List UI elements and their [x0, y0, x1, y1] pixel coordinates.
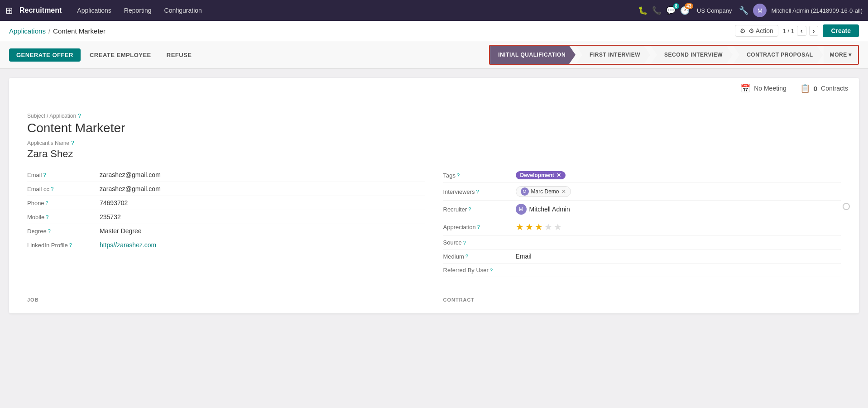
action-button[interactable]: ⚙ ⚙ Action: [735, 25, 778, 37]
star-3[interactable]: ★: [535, 221, 543, 232]
linkedin-value[interactable]: https//zarashez.com: [100, 241, 425, 249]
field-medium: Medium ? Email: [443, 250, 841, 264]
email-cc-label: Email cc ?: [27, 186, 100, 192]
settings-icon[interactable]: 🔧: [739, 6, 748, 15]
meta-bar: 📅 No Meeting 📋 0 Contracts: [9, 78, 859, 99]
stage-second-interview[interactable]: SECOND INTERVIEW: [651, 46, 733, 64]
nav-configuration[interactable]: Configuration: [160, 5, 206, 16]
chat-icon[interactable]: 💬 8: [666, 6, 676, 15]
calendar-icon: 📅: [740, 83, 750, 93]
generate-offer-button[interactable]: GENERATE OFFER: [9, 48, 81, 62]
field-source: Source ?: [443, 236, 841, 250]
tag-label: Development: [520, 172, 554, 178]
subject-label: Subject / Application: [27, 113, 76, 119]
email-help[interactable]: ?: [43, 172, 46, 178]
pagination-next[interactable]: ›: [809, 26, 819, 36]
refuse-button[interactable]: REFUSE: [160, 48, 198, 62]
appreciation-label: Appreciation ?: [443, 224, 516, 230]
referred-by-help[interactable]: ?: [490, 268, 493, 273]
field-phone: Phone ? 74693702: [27, 196, 425, 210]
chat-badge: 8: [673, 3, 680, 9]
right-column: Tags ? Development ✕ Inte: [443, 168, 841, 277]
star-1[interactable]: ★: [516, 221, 524, 232]
star-4[interactable]: ★: [544, 221, 552, 232]
job-section-heading: JOB: [27, 297, 425, 302]
medium-help[interactable]: ?: [465, 254, 468, 259]
contracts-label: Contracts: [821, 85, 848, 92]
nav-reporting[interactable]: Reporting: [120, 5, 156, 16]
degree-value[interactable]: Master Degree: [100, 227, 425, 235]
field-recruiter: Recruiter ? M Mitchell Admin: [443, 201, 841, 218]
field-interviewers: Interviewers ? M Marc Demo ✕: [443, 183, 841, 201]
stage-first-interview[interactable]: FIRST INTERVIEW: [576, 46, 650, 64]
clock-badge: 43: [685, 3, 693, 9]
mobile-help[interactable]: ?: [46, 214, 48, 220]
stage-more[interactable]: MORE ▾: [824, 46, 858, 64]
create-button[interactable]: Create: [823, 24, 859, 37]
stage-contract-proposal[interactable]: CONTRACT PROPOSAL: [733, 46, 823, 64]
breadcrumb-current: Content Marketer: [53, 27, 106, 35]
user-name[interactable]: Mitchell Admin (21418909-16-0-all): [771, 7, 863, 14]
email-value[interactable]: zarashez@gmail.com: [100, 171, 425, 178]
contracts-button[interactable]: 📋 0 Contracts: [800, 83, 848, 93]
field-linkedin: LinkedIn Profile ? https//zarashez.com: [27, 238, 425, 252]
mobile-value[interactable]: 235732: [100, 213, 425, 221]
no-meeting-button[interactable]: 📅 No Meeting: [740, 83, 786, 93]
recruiter-value: M Mitchell Admin: [516, 204, 841, 215]
bug-icon[interactable]: 🐛: [638, 6, 647, 15]
development-tag[interactable]: Development ✕: [516, 171, 566, 179]
left-column: Email ? zarashez@gmail.com Email cc ? za…: [27, 168, 425, 277]
field-degree: Degree ? Master Degree: [27, 224, 425, 238]
medium-label: Medium ?: [443, 253, 516, 260]
star-2[interactable]: ★: [525, 221, 533, 232]
user-avatar[interactable]: M: [753, 4, 767, 17]
phone-icon[interactable]: 📞: [652, 6, 662, 15]
interviewers-help[interactable]: ?: [476, 189, 479, 194]
interviewer-remove[interactable]: ✕: [561, 188, 566, 195]
tags-value: Development ✕: [516, 171, 841, 179]
subject-label-row: Subject / Application ?: [27, 113, 841, 119]
field-referred-by: Referred By User ?: [443, 264, 841, 277]
tags-help[interactable]: ?: [457, 173, 460, 178]
phone-help[interactable]: ?: [46, 200, 48, 206]
appreciation-stars[interactable]: ★ ★ ★ ★ ★: [516, 221, 841, 232]
nav-applications[interactable]: Applications: [72, 5, 116, 16]
degree-help[interactable]: ?: [48, 228, 51, 234]
linkedin-help[interactable]: ?: [69, 242, 72, 248]
field-tags: Tags ? Development ✕: [443, 168, 841, 183]
interviewers-value: M Marc Demo ✕: [516, 186, 841, 197]
field-mobile: Mobile ? 235732: [27, 210, 425, 224]
email-label: Email ?: [27, 172, 100, 178]
source-label: Source ?: [443, 239, 516, 246]
breadcrumb: Applications / Content Marketer: [9, 27, 730, 35]
app-grid-icon[interactable]: ⊞: [5, 5, 13, 16]
applicant-name-help[interactable]: ?: [71, 140, 74, 146]
subject-help[interactable]: ?: [78, 113, 81, 119]
medium-value[interactable]: Email: [516, 253, 841, 260]
create-employee-button[interactable]: CREATE EMPLOYEE: [83, 48, 158, 62]
brand-name: Recruitment: [19, 6, 62, 14]
marc-demo-badge[interactable]: M Marc Demo ✕: [516, 186, 571, 197]
star-5[interactable]: ★: [554, 221, 562, 232]
applicant-name-label-row: Applicant's Name ?: [27, 140, 841, 146]
clock-icon[interactable]: 🕐 43: [680, 6, 690, 15]
email-cc-help[interactable]: ?: [51, 186, 53, 192]
tag-remove[interactable]: ✕: [556, 172, 561, 178]
breadcrumb-parent[interactable]: Applications: [9, 27, 46, 35]
appreciation-help[interactable]: ?: [477, 224, 480, 230]
pagination-prev[interactable]: ‹: [797, 26, 806, 36]
pagination: 1 / 1 ‹ ›: [783, 26, 819, 36]
email-cc-value[interactable]: zarashez@gmail.com: [100, 185, 425, 192]
interviewers-label: Interviewers ?: [443, 188, 516, 195]
form-grid: Email ? zarashez@gmail.com Email cc ? za…: [27, 168, 841, 277]
source-help[interactable]: ?: [463, 240, 466, 245]
phone-value[interactable]: 74693702: [100, 199, 425, 206]
form-body: Subject / Application ? Content Marketer…: [9, 99, 859, 313]
marc-demo-avatar: M: [521, 187, 529, 196]
recruiter-help[interactable]: ?: [468, 206, 471, 212]
top-navigation: ⊞ Recruitment Applications Reporting Con…: [0, 0, 868, 21]
gear-icon: ⚙: [740, 27, 746, 34]
stage-initial-qualification[interactable]: INITIAL QUALIFICATION: [490, 46, 575, 64]
status-toggle[interactable]: [843, 203, 850, 210]
field-appreciation: Appreciation ? ★ ★ ★ ★ ★: [443, 218, 841, 236]
